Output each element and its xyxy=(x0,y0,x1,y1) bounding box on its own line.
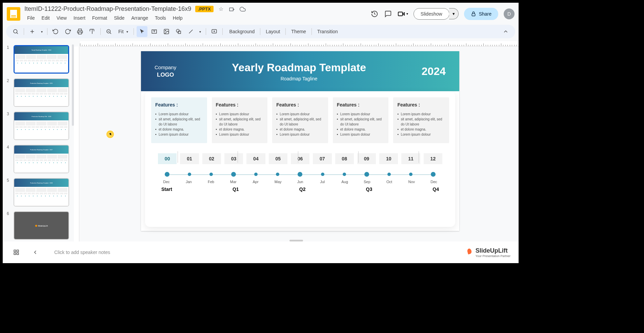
slide-title[interactable]: Yearly Roadmap Template xyxy=(176,61,422,74)
timeline-dot-3[interactable] xyxy=(231,172,236,177)
menu-help[interactable]: Help xyxy=(170,14,185,22)
timeline-month-mar[interactable]: Mar xyxy=(230,180,237,184)
zoom-select[interactable]: Fit ▾ xyxy=(116,27,131,36)
timeline-month-may[interactable]: May xyxy=(275,180,281,184)
menu-view[interactable]: View xyxy=(54,14,69,22)
timeline-number-01[interactable]: 01 xyxy=(180,153,199,164)
menu-arrange[interactable]: Arrange xyxy=(128,14,151,22)
timeline-number-04[interactable]: 04 xyxy=(246,153,265,164)
timeline-number-06[interactable]: 06 xyxy=(291,153,309,164)
timeline-number-10[interactable]: 10 xyxy=(379,153,398,164)
feature-card-2[interactable]: Features :Lorem ipsum doloursit amet, ad… xyxy=(272,97,328,143)
timeline-number-08[interactable]: 08 xyxy=(335,153,354,164)
timeline-dot-8[interactable] xyxy=(343,173,346,176)
slide-year[interactable]: 2024 xyxy=(422,65,446,78)
timeline-dot-0[interactable] xyxy=(165,172,169,177)
thumbnail-3[interactable]: Production Roadmap Title 2026 xyxy=(14,112,69,140)
timeline-dot-12[interactable] xyxy=(431,172,436,177)
timeline-number-11[interactable]: 11 xyxy=(401,153,420,164)
layout-button[interactable]: Layout xyxy=(262,27,284,36)
timeline-number-09[interactable]: 09 xyxy=(357,153,376,164)
speaker-notes-input[interactable]: Click to add speaker notes xyxy=(54,250,467,255)
timeline-dot-1[interactable] xyxy=(188,173,191,176)
select-tool-icon[interactable] xyxy=(137,26,147,37)
menu-edit[interactable]: Edit xyxy=(39,14,53,22)
timeline-month-apr[interactable]: Apr xyxy=(252,180,259,184)
meet-button[interactable]: ▾ xyxy=(398,10,408,18)
textbox-tool-icon[interactable] xyxy=(149,26,160,37)
thumbnail-6[interactable]: 🔶 SlideUpLift xyxy=(14,211,69,240)
shape-tool-icon[interactable] xyxy=(173,26,184,37)
print-icon[interactable] xyxy=(75,26,85,37)
menu-insert[interactable]: Insert xyxy=(71,14,88,22)
undo-icon[interactable] xyxy=(50,26,61,37)
history-icon[interactable] xyxy=(370,10,379,18)
slides-app-icon[interactable] xyxy=(7,7,20,21)
timeline-number-00[interactable]: 00 xyxy=(158,153,177,164)
timeline-month-dec[interactable]: Dec xyxy=(163,180,170,184)
timeline-month-nov[interactable]: Nov xyxy=(408,180,415,184)
slide-header[interactable]: Company LOGO Yearly Roadmap Template Roa… xyxy=(141,51,459,91)
move-icon[interactable] xyxy=(228,6,235,13)
horizontal-ruler[interactable] xyxy=(80,41,519,46)
menu-format[interactable]: Format xyxy=(89,14,110,22)
timeline-number-03[interactable]: 03 xyxy=(224,153,243,164)
feature-card-0[interactable]: Features :Lorem ipsum doloursit amet, ad… xyxy=(151,97,207,143)
share-button[interactable]: Share xyxy=(464,8,498,20)
grid-view-icon[interactable] xyxy=(11,247,22,258)
timeline-number-12[interactable]: 12 xyxy=(424,153,442,164)
slideshow-button[interactable]: Slideshow xyxy=(414,8,449,20)
slide-canvas[interactable]: Company LOGO Yearly Roadmap Template Roa… xyxy=(141,51,459,231)
timeline-dot-9[interactable] xyxy=(364,172,369,177)
notes-drag-handle[interactable] xyxy=(289,240,303,241)
search-icon[interactable] xyxy=(10,26,21,37)
zoom-out-icon[interactable] xyxy=(103,26,114,37)
company-logo-placeholder[interactable]: Company LOGO xyxy=(155,64,176,79)
star-icon[interactable]: ☆ xyxy=(218,6,224,13)
timeline-number-02[interactable]: 02 xyxy=(202,153,221,164)
thumbnail-5[interactable]: Production Roadmap Template 2028 xyxy=(14,178,69,207)
redo-icon[interactable] xyxy=(62,26,73,37)
timeline-month-oct[interactable]: Oct xyxy=(386,180,393,184)
feature-card-4[interactable]: Features :Lorem ipsum doloursit amet, ad… xyxy=(393,97,449,143)
menu-slide[interactable]: Slide xyxy=(111,14,127,22)
feature-card-1[interactable]: Features :Lorem ipsum doloursit amet, ad… xyxy=(212,97,268,143)
new-slide-dropdown[interactable]: ▾ xyxy=(39,26,44,37)
timeline-month-jan[interactable]: Jan xyxy=(185,180,192,184)
timeline-dot-7[interactable] xyxy=(321,173,324,176)
timeline-dot-2[interactable] xyxy=(209,173,213,176)
timeline-dot-10[interactable] xyxy=(387,173,391,176)
timeline-quarter-q1[interactable]: Q1 xyxy=(233,187,239,192)
thumbnail-2[interactable]: Production Roadmap Template 2025 xyxy=(14,78,69,107)
timeline-quarter-q4[interactable]: Q4 xyxy=(432,187,439,192)
background-button[interactable]: Background xyxy=(225,27,259,36)
timeline-number-07[interactable]: 07 xyxy=(313,153,331,164)
menu-tools[interactable]: Tools xyxy=(152,14,169,22)
transition-button[interactable]: Transition xyxy=(313,27,342,36)
line-tool-dropdown[interactable]: ▾ xyxy=(198,26,203,37)
comment-tool-icon[interactable] xyxy=(209,26,220,37)
timeline-quarter-start[interactable]: Start xyxy=(161,187,172,192)
timeline-quarter-q3[interactable]: Q3 xyxy=(366,187,373,192)
thumbnail-1[interactable]: Yearly Roadmap Template 2024 xyxy=(14,45,69,74)
new-slide-button[interactable] xyxy=(27,26,38,37)
slide-body[interactable]: Features :Lorem ipsum doloursit amet, ad… xyxy=(145,91,455,227)
feature-card-3[interactable]: Features :Lorem ipsum doloursit amet, ad… xyxy=(333,97,389,143)
document-name[interactable]: ItemID-11222-Product-Roadmap-Presentatio… xyxy=(24,5,191,13)
comment-icon[interactable] xyxy=(384,10,392,18)
timeline-dot-11[interactable] xyxy=(409,173,412,176)
timeline-dot-4[interactable] xyxy=(254,173,258,176)
thumbnail-4[interactable]: Production Roadmap Template 2027 xyxy=(14,145,69,173)
timeline-dot-6[interactable] xyxy=(298,172,302,177)
timeline-month-jun[interactable]: Jun xyxy=(297,180,304,184)
back-icon[interactable] xyxy=(30,247,41,258)
timeline-line[interactable] xyxy=(165,174,436,175)
timeline-month-feb[interactable]: Feb xyxy=(208,180,215,184)
image-tool-icon[interactable] xyxy=(161,26,172,37)
line-tool-icon[interactable] xyxy=(185,26,196,37)
timeline-number-05[interactable]: 05 xyxy=(269,153,287,164)
timeline-month-dec[interactable]: Dec xyxy=(430,180,437,184)
slide-tagline[interactable]: Roadmap Tagline xyxy=(176,76,422,81)
slideshow-dropdown[interactable]: ▾ xyxy=(449,8,459,19)
cloud-icon[interactable] xyxy=(239,6,246,13)
